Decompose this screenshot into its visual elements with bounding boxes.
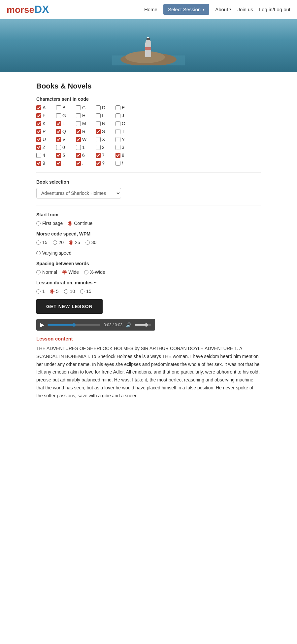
nav-log-in-out[interactable]: Log in/Log out <box>259 7 290 12</box>
nav-join-us[interactable]: Join us <box>237 7 253 12</box>
checkbox-U[interactable] <box>36 137 41 142</box>
checkbox-T[interactable] <box>116 129 120 134</box>
cb-item-8[interactable]: 8 <box>116 153 135 158</box>
start-from-first-page[interactable]: First page <box>36 221 63 226</box>
volume-bar[interactable] <box>135 324 151 326</box>
cb-item-0[interactable]: 0 <box>56 145 76 150</box>
checkbox-C[interactable] <box>76 105 81 110</box>
morse-speed-25[interactable]: 25 <box>69 240 80 245</box>
cb-item-M[interactable]: M <box>76 121 96 126</box>
checkbox-X[interactable] <box>96 137 101 142</box>
cb-item-S[interactable]: S <box>96 129 116 134</box>
checkbox-K[interactable] <box>36 121 41 126</box>
duration-radio-1[interactable] <box>36 289 41 294</box>
start-from-radio-continue[interactable] <box>68 221 72 226</box>
checkbox-G[interactable] <box>56 113 61 118</box>
start-from-radio-first-page[interactable] <box>36 221 41 226</box>
spacing-normal[interactable]: Normal <box>36 269 57 275</box>
duration-radio-5[interactable] <box>50 289 54 294</box>
checkbox-H[interactable] <box>76 113 81 118</box>
cb-item-6[interactable]: 6 <box>76 153 96 158</box>
checkbox-F[interactable] <box>36 113 41 118</box>
nav-home[interactable]: Home <box>144 7 157 12</box>
cb-item-.[interactable]: . <box>76 161 96 166</box>
checkbox-D[interactable] <box>96 105 101 110</box>
cb-item-1[interactable]: 1 <box>76 145 96 150</box>
checkbox-3[interactable] <box>116 145 120 150</box>
cb-item-,[interactable]: , <box>56 161 76 166</box>
morse-speed-radio-20[interactable] <box>53 240 57 245</box>
spacing-wide[interactable]: Wide <box>62 269 79 275</box>
morse-speed-radio-30[interactable] <box>85 240 90 245</box>
checkbox-6[interactable] <box>76 153 81 158</box>
cb-item-L[interactable]: L <box>56 121 76 126</box>
cb-item-5[interactable]: 5 <box>56 153 76 158</box>
morse-speed-20[interactable]: 20 <box>53 240 64 245</box>
checkbox-S[interactable] <box>96 129 101 134</box>
checkbox-J[interactable] <box>116 113 120 118</box>
cb-item-X[interactable]: X <box>96 137 116 142</box>
cb-item-K[interactable]: K <box>36 121 56 126</box>
spacing-radio-wide[interactable] <box>62 270 67 274</box>
cb-item-Q[interactable]: Q <box>56 129 76 134</box>
duration-1[interactable]: 1 <box>36 289 45 294</box>
checkbox-?[interactable] <box>96 161 101 166</box>
nav-select-session[interactable]: Select Session <box>163 4 209 15</box>
checkbox-N[interactable] <box>96 121 101 126</box>
cb-item-4[interactable]: 4 <box>36 153 56 158</box>
checkbox-M[interactable] <box>76 121 81 126</box>
cb-item-7[interactable]: 7 <box>96 153 116 158</box>
morse-speed-radio-25[interactable] <box>69 240 73 245</box>
cb-item-O[interactable]: O <box>116 121 135 126</box>
cb-item-/[interactable]: / <box>116 161 135 166</box>
varying-speed-radio[interactable] <box>36 251 41 255</box>
nav-about[interactable]: About <box>215 7 231 12</box>
cb-item-N[interactable]: N <box>96 121 116 126</box>
checkbox-.[interactable] <box>76 161 81 166</box>
cb-item-C[interactable]: C <box>76 105 96 110</box>
checkbox-/[interactable] <box>116 161 120 166</box>
cb-item-Y[interactable]: Y <box>116 137 135 142</box>
checkbox-0[interactable] <box>56 145 61 150</box>
checkbox-I[interactable] <box>96 113 101 118</box>
cb-item-P[interactable]: P <box>36 129 56 134</box>
morse-speed-radio-15[interactable] <box>36 240 41 245</box>
cb-item-E[interactable]: E <box>116 105 135 110</box>
spacing-radio-normal[interactable] <box>36 270 41 274</box>
cb-item-B[interactable]: B <box>56 105 76 110</box>
checkbox-A[interactable] <box>36 105 41 110</box>
varying-speed-item[interactable]: Varying speed <box>36 250 71 256</box>
checkbox-B[interactable] <box>56 105 61 110</box>
cb-item-T[interactable]: T <box>116 129 135 134</box>
cb-item-G[interactable]: G <box>56 113 76 118</box>
duration-radio-10[interactable] <box>64 289 68 294</box>
play-button[interactable]: ▶ <box>40 322 44 328</box>
checkbox-Y[interactable] <box>116 137 120 142</box>
checkbox-2[interactable] <box>96 145 101 150</box>
cb-item-R[interactable]: R <box>76 129 96 134</box>
checkbox-1[interactable] <box>76 145 81 150</box>
checkbox-L[interactable] <box>56 121 61 126</box>
checkbox-O[interactable] <box>116 121 120 126</box>
spacing-x-wide[interactable]: X-Wide <box>84 269 105 275</box>
spacing-radio-x-wide[interactable] <box>84 270 88 274</box>
checkbox-E[interactable] <box>116 105 120 110</box>
duration-15[interactable]: 15 <box>80 289 91 294</box>
cb-item-U[interactable]: U <box>36 137 56 142</box>
cb-item-D[interactable]: D <box>96 105 116 110</box>
cb-item-Z[interactable]: Z <box>36 145 56 150</box>
checkbox-9[interactable] <box>36 161 41 166</box>
checkbox-P[interactable] <box>36 129 41 134</box>
cb-item-I[interactable]: I <box>96 113 116 118</box>
cb-item-3[interactable]: 3 <box>116 145 135 150</box>
morse-speed-30[interactable]: 30 <box>85 240 97 245</box>
cb-item-?[interactable]: ? <box>96 161 116 166</box>
cb-item-W[interactable]: W <box>76 137 96 142</box>
get-lesson-button[interactable]: GET NEW LESSON <box>36 299 103 314</box>
duration-radio-15[interactable] <box>80 289 84 294</box>
cb-item-F[interactable]: F <box>36 113 56 118</box>
book-select[interactable]: Adventures of Sherlock HolmesMoby DickPr… <box>36 188 121 198</box>
checkbox-Q[interactable] <box>56 129 61 134</box>
duration-5[interactable]: 5 <box>50 289 59 294</box>
checkbox-R[interactable] <box>76 129 81 134</box>
